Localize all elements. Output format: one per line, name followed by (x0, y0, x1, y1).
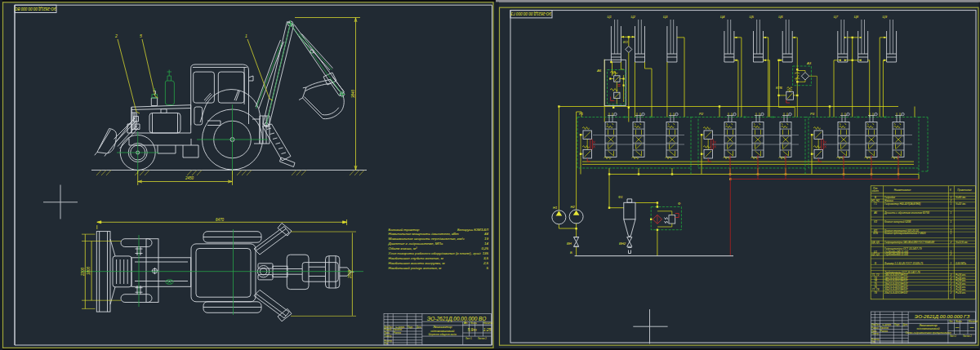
svg-text:Листов 2: Листов 2 (478, 337, 487, 340)
svg-text:Т.контр.: Т.контр. (871, 332, 880, 335)
svg-text:Р1: Р1 (579, 112, 583, 116)
svg-text:Масса: Масса (956, 320, 962, 323)
svg-text:КЗ: КЗ (874, 220, 877, 224)
svg-text:Максимальная скорость передвиж: Максимальная скорость передвижения, км/ч (389, 237, 466, 241)
svg-text:14: 14 (484, 241, 488, 246)
svg-text:ЭО-2621Д.00.00.000 ВО: ЭО-2621Д.00.00.000 ВО (427, 316, 487, 322)
svg-text:Киселев: Киселев (394, 328, 403, 331)
svg-text:Примечание: Примечание (957, 188, 972, 192)
svg-text:Т9: Т9 (874, 291, 877, 295)
svg-text:Базовый трактор: Базовый трактор (389, 228, 420, 232)
svg-text:Р=16 кгс: Р=16 кгс (956, 291, 966, 295)
svg-text:Ц7: Ц7 (834, 15, 839, 19)
svg-text:Н1: Н1 (553, 206, 557, 210)
svg-text:Лист 1: Лист 1 (466, 337, 472, 340)
svg-text:Ц9: Ц9 (883, 15, 888, 19)
svg-text:5,9т: 5,9т (467, 327, 476, 332)
svg-text:Ц2: Ц2 (631, 15, 636, 19)
svg-text:А3: А3 (806, 61, 812, 65)
svg-text:Листов 2: Листов 2 (963, 334, 972, 338)
svg-text:Чертеж общего вида: Чертеж общего вида (429, 333, 457, 336)
svg-text:ГЦ-80х55х900.11.001: ГЦ-80х55х900.11.001 (884, 253, 909, 256)
svg-text:Ц4: Ц4 (720, 15, 725, 19)
svg-text:2: 2 (950, 241, 952, 244)
svg-text:Ц5: Ц5 (750, 15, 755, 19)
svg-text:V=12,6 см³: V=12,6 см³ (956, 241, 969, 244)
svg-text:ЭО-2621Д.00.00.000 ГЗ: ЭО-2621Д.00.00.000 ГЗ (510, 11, 551, 16)
svg-text:2450: 2450 (185, 176, 194, 180)
svg-text:Гидромотор НШ-32Л(2А,ВЛЕВ): Гидромотор НШ-32Л(2А,ВЛЕВ) (884, 202, 920, 206)
svg-text:Ц8: Ц8 (854, 15, 859, 19)
svg-text:А6: А6 (596, 69, 602, 73)
svg-text:Беларусь ЮМЗ-6Л: Беларусь ЮМЗ-6Л (457, 228, 489, 232)
svg-text:Пров.: Пров. (871, 330, 877, 333)
svg-text:1:25: 1:25 (483, 327, 492, 332)
svg-text:Ц4, Ц5: Ц4, Ц5 (871, 241, 880, 244)
svg-text:одноковшовый: одноковшовый (430, 329, 455, 333)
svg-text:19: 19 (484, 237, 488, 241)
svg-text:КП6: КП6 (873, 232, 878, 235)
svg-text:135: 135 (483, 251, 489, 255)
svg-text:Подп.: Подп. (408, 326, 413, 329)
svg-text:А6: А6 (873, 211, 877, 215)
svg-text:2200: 2200 (81, 267, 85, 277)
svg-text:Раннев: Раннев (394, 331, 401, 334)
svg-text:Лист 2: Лист 2 (950, 334, 956, 338)
svg-text:Н.контр.: Н.контр. (871, 338, 880, 341)
svg-text:0,25: 0,25 (481, 246, 488, 250)
svg-text:Номинальная мощность двигателя: Номинальная мощность двигателя, кВт (389, 232, 459, 236)
svg-text:ВН2: ВН2 (619, 241, 626, 246)
svg-text:Давление в гидросистеме, МПа: Давление в гидросистеме, МПа (388, 241, 443, 246)
svg-text:Ц1: Ц1 (607, 15, 611, 19)
svg-text:Ц2, Ц3: Ц2, Ц3 (871, 253, 880, 256)
svg-text:одноковшовый: одноковшовый (917, 326, 941, 330)
svg-text:Наибольшая высота выгрузки, м: Наибольшая высота выгрузки, м (389, 261, 445, 265)
svg-text:Подп.: Подп. (894, 323, 900, 326)
svg-text:Б: Б (570, 250, 572, 255)
svg-text:обозн.: обозн. (872, 189, 880, 193)
svg-text:ЭО-2621Д.00.00.000 ГЗ: ЭО-2621Д.00.00.000 ГЗ (915, 313, 970, 319)
svg-text:Утв.: Утв. (871, 340, 875, 343)
svg-text:Дата: Дата (903, 323, 908, 326)
svg-text:2,5: 2,5 (483, 261, 489, 265)
svg-text:Р2: Р2 (699, 112, 704, 116)
svg-text:44: 44 (484, 232, 488, 236)
svg-text:К: К (950, 188, 951, 192)
svg-text:Объем ковша, м³: Объем ковша, м³ (389, 246, 417, 250)
svg-text:Ц6: Ц6 (778, 15, 783, 19)
svg-text:5: 5 (140, 33, 142, 38)
svg-text:Клапан предохранительный У 462: Клапан предохранительный У 4620 (884, 232, 926, 235)
svg-text:Наименование: Наименование (894, 188, 911, 192)
svg-text:Наибольшая глубина копания, м: Наибольшая глубина копания, м (389, 256, 443, 260)
svg-text:3,5: 3,5 (483, 256, 489, 260)
svg-text:0,63 МПа: 0,63 МПа (956, 262, 966, 265)
svg-text:Гидроцилиндры 140-90х1280 ГОСТ: Гидроцилиндры 140-90х1280 ГОСТ 6540-68 (884, 241, 934, 244)
svg-text:1: 1 (245, 33, 247, 38)
svg-text:Дата: Дата (416, 326, 421, 329)
svg-text:V=90 дм³: V=90 дм³ (956, 196, 967, 199)
svg-text:2: 2 (950, 253, 952, 256)
svg-text:V=32 дм³: V=32 дм³ (956, 202, 967, 206)
svg-text:Киселев: Киселев (880, 326, 889, 330)
svg-text:Лист: Лист (389, 326, 394, 329)
svg-text:Г1: Г1 (874, 202, 877, 206)
svg-text:КП6: КП6 (776, 86, 783, 90)
svg-text:Н2: Н2 (571, 205, 576, 209)
svg-text:Наибольший радиус копания, м: Наибольший радиус копания, м (389, 266, 442, 270)
svg-text:2: 2 (114, 33, 118, 38)
svg-text:Утв.: Утв. (385, 342, 389, 345)
svg-text:2: 2 (950, 291, 952, 295)
svg-text:Лист: Лист (875, 323, 880, 326)
svg-text:2500: 2500 (348, 269, 352, 279)
svg-text:№ докум.: № докум. (882, 324, 892, 326)
svg-text:Масштаб: Масштаб (969, 320, 978, 323)
svg-text:20х2,5-9-02Х18Н10Т: 20х2,5-9-02Х18Н10Т (884, 291, 909, 295)
svg-text:Раннев: Раннев (880, 330, 888, 333)
svg-text:КО: КО (623, 40, 628, 44)
svg-text:—: — (955, 326, 960, 330)
svg-text:—: — (969, 326, 974, 330)
svg-text:Масштаб: Масштаб (483, 321, 493, 325)
svg-text:ЭО-2621Д.00.00.000 ВО: ЭО-2621Д.00.00.000 ВО (14, 7, 56, 11)
svg-text:Клапан запорный 520В: Клапан запорный 520В (884, 220, 911, 224)
svg-text:ВН: ВН (567, 241, 572, 246)
